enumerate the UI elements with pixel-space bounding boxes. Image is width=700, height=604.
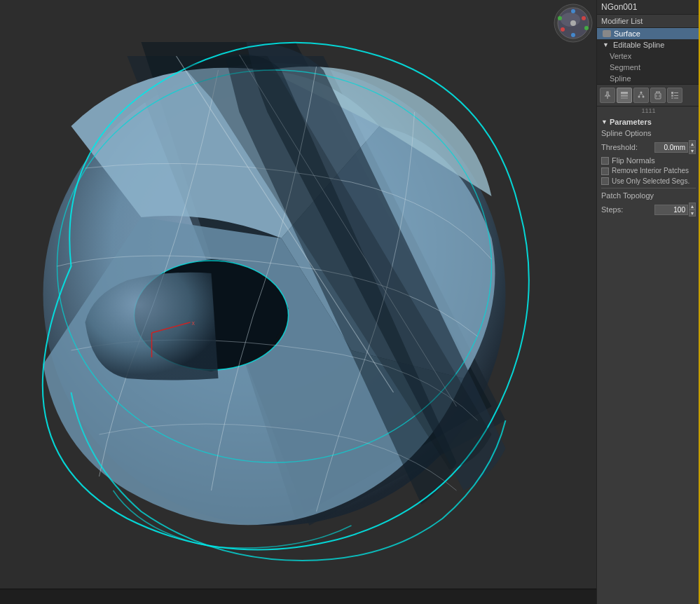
svg-point-16 (558, 16, 562, 20)
3d-viewport[interactable]: x (0, 0, 596, 604)
svg-point-25 (643, 96, 645, 98)
svg-point-17 (584, 26, 589, 30)
svg-point-24 (638, 96, 640, 98)
modifier-list-header: Modifier List (597, 15, 700, 28)
threshold-row: Threshold: ▲ ▼ (601, 140, 696, 154)
modifier-stack: Surface ▼ Editable Spline Vertex Segment… (597, 28, 700, 85)
use-only-selected-segs-checkbox[interactable] (601, 177, 609, 185)
modifier-label-spline: Spline (610, 74, 631, 83)
steps-field[interactable] (654, 205, 688, 215)
pin-button[interactable] (600, 88, 615, 103)
nav-gizmo[interactable] (553, 3, 593, 43)
modifier-item-surface[interactable]: Surface (597, 28, 700, 39)
svg-rect-19 (621, 95, 628, 97)
modifier-item-vertex[interactable]: Vertex (597, 50, 700, 62)
patch-topology-label: Patch Topology (601, 191, 696, 200)
modifier-item-spline[interactable]: Spline (597, 73, 700, 84)
remove-interior-patches-label: Remove Interior Patches (612, 167, 689, 175)
modifier-item-segment[interactable]: Segment (597, 62, 700, 73)
svg-rect-18 (621, 92, 628, 94)
steps-spinner-down[interactable]: ▼ (689, 210, 696, 217)
steps-spinner-up[interactable]: ▲ (689, 203, 696, 210)
flip-normals-label: Flip Normals (612, 156, 655, 165)
threshold-input[interactable]: ▲ ▼ (654, 140, 696, 154)
object-name-label: NGon001 (601, 2, 637, 12)
threshold-spinner-up[interactable]: ▲ (689, 140, 696, 147)
eye-icon[interactable] (603, 30, 611, 37)
spline-options-label: Spline Options (601, 129, 696, 137)
svg-rect-34 (671, 97, 673, 99)
svg-rect-32 (671, 92, 673, 94)
svg-text:x: x (192, 320, 195, 327)
threshold-field[interactable] (654, 142, 688, 153)
viewport-bottom-strip (0, 589, 596, 604)
parameters-header-label: Parameters (610, 118, 652, 126)
modifier-label-segment: Segment (610, 63, 640, 71)
threshold-spinner-down[interactable]: ▼ (689, 147, 696, 154)
toolbar-number-strip: 1111 (597, 107, 700, 115)
steps-label: Steps: (601, 205, 654, 214)
parameters-section: ▼ Parameters Spline Options Threshold: ▲… (597, 115, 700, 604)
right-panel: NGon001 Modifier List Surface ▼ Editable… (596, 0, 700, 604)
steps-row: Steps: ▲ ▼ (601, 203, 696, 217)
modifier-item-editable-spline[interactable]: ▼ Editable Spline (597, 39, 700, 50)
remove-interior-patches-row[interactable]: Remove Interior Patches (601, 167, 696, 175)
svg-rect-26 (655, 93, 661, 99)
delete-button[interactable] (650, 88, 666, 103)
remove-interior-patches-checkbox[interactable] (601, 167, 609, 175)
svg-rect-20 (621, 97, 628, 99)
svg-line-23 (641, 94, 643, 96)
flip-normals-row[interactable]: Flip Normals (601, 156, 696, 165)
svg-point-13 (561, 27, 565, 32)
svg-point-11 (570, 20, 576, 26)
section-divider (601, 188, 696, 188)
modifier-toolbar (597, 85, 700, 107)
svg-point-10 (561, 13, 580, 27)
modifier-label-vertex: Vertex (610, 52, 631, 60)
parameters-header: ▼ Parameters (601, 118, 696, 126)
steps-input[interactable]: ▲ ▼ (654, 203, 696, 217)
scene-svg: x (0, 0, 596, 604)
threshold-label: Threshold: (601, 143, 654, 151)
use-only-selected-segs-label: Use Only Selected Segs. (612, 177, 689, 185)
svg-point-15 (571, 33, 575, 37)
collapse-arrow-icon: ▼ (603, 41, 609, 48)
svg-point-12 (582, 16, 586, 20)
object-name-bar: NGon001 (597, 0, 700, 15)
flip-normals-checkbox[interactable] (601, 157, 609, 165)
use-only-selected-segs-row[interactable]: Use Only Selected Segs. (601, 177, 696, 185)
modifier-stack-button[interactable] (617, 88, 632, 103)
svg-rect-33 (671, 95, 673, 97)
svg-point-14 (571, 9, 575, 13)
modifier-label-surface: Surface (614, 29, 640, 38)
modifier-label-editable-spline: Editable Spline (613, 41, 664, 49)
hierarchy-button[interactable] (633, 88, 649, 103)
svg-line-22 (639, 94, 641, 96)
svg-point-21 (640, 92, 643, 94)
parameters-collapse-arrow[interactable]: ▼ (601, 118, 608, 125)
config-button[interactable] (667, 88, 682, 103)
